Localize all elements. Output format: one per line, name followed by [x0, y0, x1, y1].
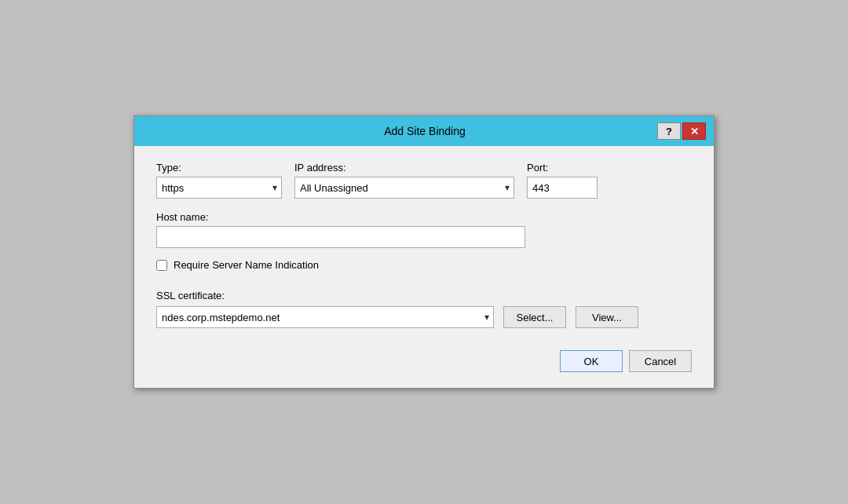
- type-select[interactable]: https http: [156, 177, 282, 199]
- ip-select[interactable]: All Unassigned: [294, 177, 514, 199]
- bottom-buttons: OK Cancel: [156, 344, 692, 372]
- ip-select-wrapper: All Unassigned: [294, 177, 514, 199]
- title-bar: Add Site Binding ? ✕: [134, 116, 714, 146]
- sni-label: Require Server Name Indication: [174, 259, 319, 271]
- ssl-select-wrapper: ndes.corp.mstepdemo.net: [156, 306, 494, 328]
- type-group: Type: https http: [156, 162, 282, 199]
- help-button[interactable]: ?: [657, 122, 681, 140]
- ssl-row: ndes.corp.mstepdemo.net Select... View..…: [156, 306, 692, 328]
- title-controls: ? ✕: [657, 122, 706, 140]
- dialog-title: Add Site Binding: [192, 125, 657, 137]
- type-label: Type:: [156, 162, 282, 173]
- select-button[interactable]: Select...: [503, 306, 566, 328]
- ssl-section: SSL certificate: ndes.corp.mstepdemo.net…: [156, 290, 692, 328]
- ip-group: IP address: All Unassigned: [294, 162, 514, 199]
- type-select-wrapper: https http: [156, 177, 282, 199]
- ip-label: IP address:: [294, 162, 514, 173]
- hostname-label: Host name:: [156, 211, 692, 223]
- close-button[interactable]: ✕: [682, 122, 706, 140]
- port-label: Port:: [527, 162, 598, 173]
- hostname-group: Host name:: [156, 211, 692, 248]
- top-fields-row: Type: https http IP address: All Unassig…: [156, 162, 692, 199]
- view-button[interactable]: View...: [576, 306, 638, 328]
- dialog-window: Add Site Binding ? ✕ Type: https http IP…: [133, 115, 715, 389]
- port-input[interactable]: [527, 177, 598, 199]
- port-group: Port:: [527, 162, 598, 199]
- dialog-content: Type: https http IP address: All Unassig…: [134, 146, 714, 388]
- ok-button[interactable]: OK: [560, 350, 623, 372]
- sni-checkbox[interactable]: [156, 260, 167, 271]
- sni-row: Require Server Name Indication: [156, 259, 692, 271]
- cancel-button[interactable]: Cancel: [629, 350, 692, 372]
- ssl-label: SSL certificate:: [156, 290, 225, 301]
- hostname-input[interactable]: [156, 226, 525, 248]
- ssl-select[interactable]: ndes.corp.mstepdemo.net: [156, 306, 494, 328]
